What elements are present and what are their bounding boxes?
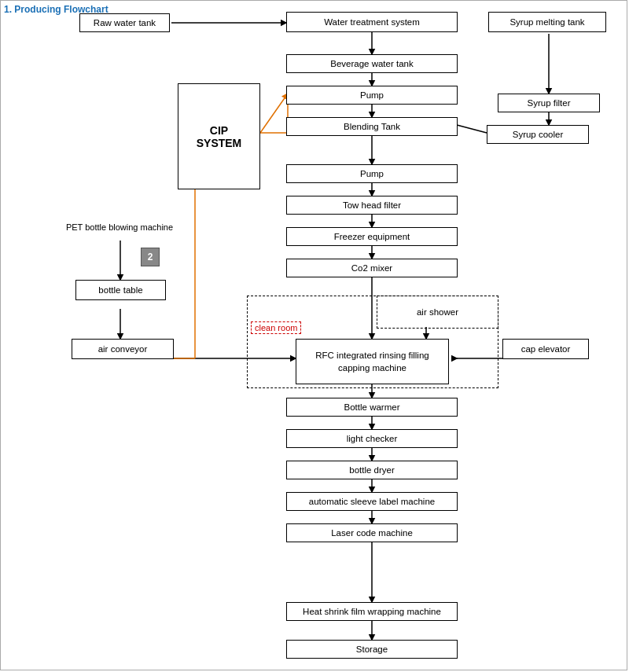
pump2-label: Pump bbox=[360, 169, 384, 178]
storage-box: Storage bbox=[286, 640, 458, 659]
bottle-table-label: bottle table bbox=[98, 285, 142, 295]
co2-mixer-label: Co2 mixer bbox=[351, 263, 392, 273]
beverage-water-box: Beverage water tank bbox=[286, 54, 458, 73]
heat-shrink-box: Heat shrink film wrapping machine bbox=[286, 602, 458, 621]
cap-elevator-box: cap elevator bbox=[502, 339, 589, 359]
cip-system-label: CIP SYSTEM bbox=[197, 124, 242, 149]
pet-bottle-label: PET bottle blowing machine bbox=[66, 222, 173, 232]
svg-line-19 bbox=[260, 94, 288, 133]
badge-2: 2 bbox=[141, 248, 160, 266]
beverage-water-label: Beverage water tank bbox=[330, 59, 413, 68]
auto-sleeve-label: automatic sleeve label machine bbox=[309, 497, 435, 506]
syrup-melting-box: Syrup melting tank bbox=[488, 12, 606, 32]
clean-room-label: clean room bbox=[251, 321, 301, 334]
freezer-box: Freezer equipment bbox=[286, 227, 458, 246]
laser-code-box: Laser code machine bbox=[286, 523, 458, 542]
water-treatment-label: Water treatment system bbox=[324, 17, 420, 27]
svg-line-18 bbox=[457, 125, 487, 133]
page-border: 1. Producing Flowchart bbox=[0, 0, 627, 670]
water-treatment-box: Water treatment system bbox=[286, 12, 458, 32]
bottle-dryer-box: bottle dryer bbox=[286, 461, 458, 479]
pet-bottle-box: PET bottle blowing machine bbox=[50, 218, 189, 237]
bottle-warmer-label: Bottle warmer bbox=[344, 402, 400, 412]
auto-sleeve-box: automatic sleeve label machine bbox=[286, 492, 458, 511]
cip-system-box: CIP SYSTEM bbox=[178, 83, 260, 189]
pump1-label: Pump bbox=[360, 90, 384, 100]
light-checker-box: light checker bbox=[286, 429, 458, 448]
pump2-box: Pump bbox=[286, 164, 458, 183]
syrup-filter-label: Syrup filter bbox=[528, 98, 571, 108]
syrup-filter-box: Syrup filter bbox=[498, 94, 600, 112]
heat-shrink-label: Heat shrink film wrapping machine bbox=[303, 607, 441, 616]
rfc-machine-box: RFC integrated rinsing filling capping m… bbox=[296, 339, 449, 384]
light-checker-label: light checker bbox=[347, 434, 398, 443]
air-conveyor-label: air conveyor bbox=[98, 344, 148, 354]
bottle-warmer-box: Bottle warmer bbox=[286, 398, 458, 417]
syrup-cooler-label: Syrup cooler bbox=[513, 130, 564, 139]
blending-tank-box: Blending Tank bbox=[286, 117, 458, 136]
cap-elevator-label: cap elevator bbox=[521, 344, 571, 354]
bottle-table-box: bottle table bbox=[75, 280, 166, 300]
storage-label: Storage bbox=[356, 644, 388, 654]
tow-head-filter-label: Tow head filter bbox=[343, 200, 401, 210]
rfc-machine-label: RFC integrated rinsing filling capping m… bbox=[300, 349, 445, 374]
air-conveyor-box: air conveyor bbox=[72, 339, 174, 359]
freezer-label: Freezer equipment bbox=[334, 232, 410, 241]
co2-mixer-box: Co2 mixer bbox=[286, 259, 458, 277]
laser-code-label: Laser code machine bbox=[331, 528, 413, 538]
syrup-cooler-box: Syrup cooler bbox=[487, 125, 589, 144]
syrup-melting-label: Syrup melting tank bbox=[509, 17, 584, 27]
blending-tank-label: Blending Tank bbox=[344, 122, 400, 131]
raw-water-tank-label: Raw water tank bbox=[94, 18, 156, 28]
pump1-box: Pump bbox=[286, 86, 458, 105]
bottle-dryer-label: bottle dryer bbox=[349, 465, 395, 475]
raw-water-tank-box: Raw water tank bbox=[79, 13, 170, 32]
tow-head-filter-box: Tow head filter bbox=[286, 196, 458, 215]
